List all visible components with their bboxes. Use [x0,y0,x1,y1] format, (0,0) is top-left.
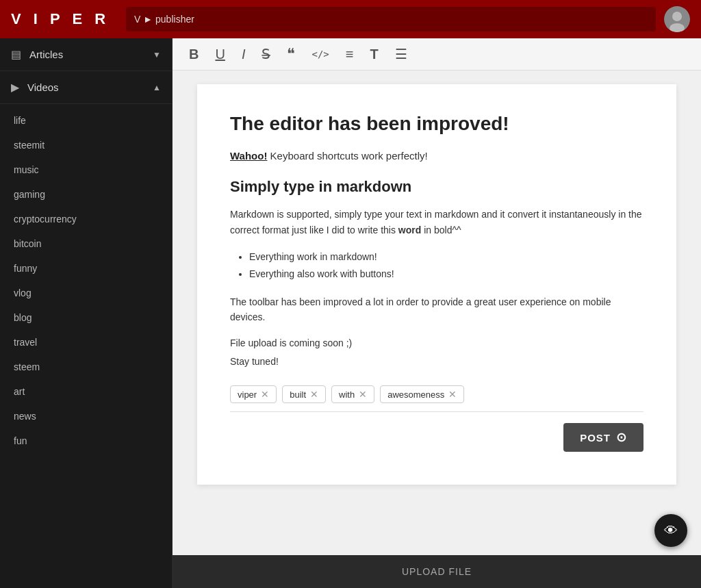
list-item-2: Everything also work with buttons! [249,266,643,283]
sidebar-tag-vlog[interactable]: vlog [0,281,172,305]
content-area: B U I S̶ ❝ </> ≡ T ☰ The editor has been… [173,38,701,588]
wahoo-text: Wahoo! [230,150,267,162]
sidebar-tag-fun[interactable]: fun [0,429,172,453]
tag-chip-built[interactable]: built✕ [282,385,326,403]
sidebar-videos[interactable]: ▶ Videos ▲ [0,71,172,104]
videos-chevron: ▲ [153,83,161,92]
editor-subheading: Simply type in markdown [230,178,643,196]
tag-chip-label: with [339,389,355,400]
svg-point-1 [672,12,682,21]
tags-row: viper✕built✕with✕awesomeness✕ [230,385,643,412]
sidebar-tag-music[interactable]: music [0,157,172,182]
post-label: POST [580,432,611,444]
editor-heading: The editor has been improved! [230,112,643,136]
main-layout: ▤ Articles ▼ ▶ Videos ▲ lifesteemitmusic… [0,38,701,588]
avatar[interactable] [664,6,690,32]
italic-button[interactable]: I [239,46,248,62]
editor-subtitle: Wahoo! Keyboard shortcuts work perfectly… [230,150,643,162]
articles-icon: ▤ [11,48,21,61]
post-button[interactable]: POST ⊙ [563,423,643,452]
editor-list: Everything work in markdown! Everything … [249,248,643,283]
sidebar-tag-bitcoin[interactable]: bitcoin [0,231,172,256]
upload-bar[interactable]: UPLOAD FILE [173,555,701,588]
tag-chip-label: awesomeness [387,389,444,400]
editor-para1: Markdown is supported, simply type your … [230,207,643,238]
align-button[interactable]: ≡ [343,46,357,62]
sidebar-tag-life[interactable]: life [0,108,172,133]
editor-notice2: File upload is coming soon ;) [230,335,643,350]
videos-icon: ▶ [11,81,19,94]
tag-chip-with[interactable]: with✕ [331,385,374,403]
tag-remove-icon[interactable]: ✕ [310,389,318,400]
heading-button[interactable]: T [367,46,381,62]
tag-chip-viper[interactable]: viper✕ [230,385,277,403]
sidebar: ▤ Articles ▼ ▶ Videos ▲ lifesteemitmusic… [0,38,173,588]
sidebar-tag-gaming[interactable]: gaming [0,182,172,207]
sidebar-tag-steem[interactable]: steem [0,355,172,379]
editor-wrapper[interactable]: The editor has been improved! Wahoo! Key… [173,71,701,555]
tag-remove-icon[interactable]: ✕ [261,389,269,400]
top-header: V I P E R V ► publisher [0,0,701,38]
para1-end: in bold^^ [421,225,461,235]
videos-label: Videos [27,81,153,93]
upload-label: UPLOAD FILE [402,566,472,577]
editor-notice3: Stay tuned! [230,354,643,369]
tag-remove-icon[interactable]: ✕ [448,389,457,400]
articles-label: Articles [29,49,153,60]
tag-chip-awesomeness[interactable]: awesomeness✕ [380,385,464,403]
sidebar-articles[interactable]: ▤ Articles ▼ [0,38,172,71]
sidebar-tag-funny[interactable]: funny [0,256,172,281]
preview-fab[interactable]: 👁 [654,514,687,547]
logo: V I P E R [11,10,110,28]
post-row: POST ⊙ [230,412,643,457]
sidebar-tag-news[interactable]: news [0,404,172,429]
tag-chip-label: built [290,389,306,400]
strikethrough-button[interactable]: S̶ [259,46,273,62]
articles-chevron: ▼ [153,50,161,60]
tag-remove-icon[interactable]: ✕ [359,389,367,400]
list-button[interactable]: ☰ [392,46,410,62]
editor-notice1: The toolbar has been improved a lot in o… [230,294,643,325]
sidebar-tag-art[interactable]: art [0,379,172,404]
underline-button[interactable]: U [212,46,227,62]
broadcast-icon: ⊙ [616,430,627,445]
tag-chip-label: viper [238,389,257,400]
eye-icon: 👁 [664,523,678,539]
intro-rest: Keyboard shortcuts work perfectly! [267,150,427,162]
sidebar-tag-blog[interactable]: blog [0,305,172,330]
para1-bold: word [398,225,421,235]
quote-button[interactable]: ❝ [284,45,298,63]
code-button[interactable]: </> [309,48,331,60]
editor-toolbar: B U I S̶ ❝ </> ≡ T ☰ [173,38,701,71]
bold-button[interactable]: B [186,46,201,62]
sidebar-tags: lifesteemitmusicgamingcryptocurrencybitc… [0,104,172,457]
sidebar-tag-cryptocurrency[interactable]: cryptocurrency [0,207,172,231]
list-item-1: Everything work in markdown! [249,248,643,266]
breadcrumb: V ► publisher [126,7,656,31]
sidebar-tag-travel[interactable]: travel [0,330,172,355]
sidebar-tag-steemit[interactable]: steemit [0,133,172,157]
editor-content: The editor has been improved! Wahoo! Key… [197,84,676,485]
